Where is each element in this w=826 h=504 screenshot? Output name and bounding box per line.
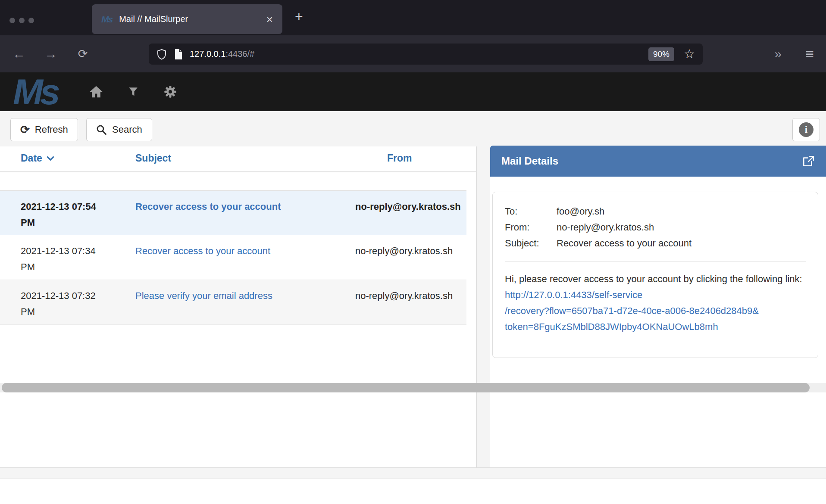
refresh-button-label: Refresh [35, 124, 68, 135]
mail-row-subject-link[interactable]: Please verify your email address [135, 288, 338, 304]
mail-row-from: no-reply@ory.kratos.sh [355, 288, 466, 304]
gear-icon[interactable] [163, 84, 178, 100]
search-button-label: Search [112, 124, 142, 135]
mail-list-header: Date Subject From [0, 146, 476, 172]
footer-area [0, 479, 826, 504]
mail-body: Hi, please recover access to your accoun… [505, 271, 807, 335]
mail-row-from: no-reply@ory.kratos.sh [355, 199, 466, 215]
subject-label: Subject: [505, 235, 557, 251]
tab-title: Mail // MailSlurper [119, 14, 260, 24]
browser-tab-strip: Ms Mail // MailSlurper × + [0, 0, 826, 35]
window-controls[interactable] [9, 18, 34, 23]
to-value: foo@ory.sh [557, 203, 604, 219]
from-value: no-reply@ory.kratos.sh [557, 219, 654, 235]
search-button[interactable]: Search [86, 118, 152, 141]
mail-details-card: To: foo@ory.sh From: no-reply@ory.kratos… [492, 192, 818, 358]
sort-chevron-down-icon [47, 156, 54, 161]
panel-divider [476, 146, 477, 467]
column-header-date[interactable]: Date [21, 152, 54, 164]
url-text: 127.0.0.1:4436/# [190, 49, 254, 59]
zoom-level-badge[interactable]: 90% [648, 47, 674, 61]
card-divider [505, 261, 806, 261]
mail-row[interactable]: 2021-12-13 07:32 PM Please verify your e… [0, 280, 466, 325]
info-icon: i [799, 122, 813, 137]
browser-navbar: ← → ⟳ 127.0.0.1:4436/# 90% ☆ » ≡ [0, 35, 826, 72]
toolbar-overflow-icon[interactable]: » [774, 35, 780, 72]
subject-value: Recover access to your account [557, 235, 691, 251]
mail-row[interactable]: 2021-12-13 07:34 PM Recover access to yo… [0, 235, 466, 280]
browser-tab[interactable]: Ms Mail // MailSlurper × [92, 4, 282, 34]
main-content: ⟳ Refresh Search i Date [0, 111, 826, 504]
to-label: To: [505, 203, 557, 219]
mail-details-panel: Mail Details To: foo@ory.sh [490, 146, 826, 467]
column-header-subject: Subject [135, 152, 171, 164]
filter-icon[interactable] [125, 84, 141, 100]
open-external-icon[interactable] [802, 155, 815, 168]
recovery-link[interactable]: http://127.0.0.1:4433/self-service/recov… [505, 289, 807, 335]
home-icon[interactable] [88, 84, 104, 100]
mail-row-subject-link[interactable]: Recover access to your account [135, 243, 338, 259]
mail-details-title: Mail Details [501, 155, 802, 167]
back-icon[interactable]: ← [7, 35, 31, 72]
new-tab-button[interactable]: + [295, 9, 303, 23]
mail-row[interactable]: 2021-12-13 07:54 PM Recover access to yo… [0, 190, 466, 235]
mail-details-header: Mail Details [490, 146, 826, 177]
horizontal-scrollbar [0, 383, 826, 392]
mail-row-date: 2021-12-13 07:54 PM [21, 199, 109, 230]
page-info-icon[interactable] [174, 49, 183, 60]
mailslurper-favicon: Ms [101, 14, 112, 25]
mail-row-date: 2021-12-13 07:34 PM [21, 243, 109, 275]
mailslurper-header: Ms [0, 72, 826, 111]
mail-row-from: no-reply@ory.kratos.sh [355, 243, 466, 259]
bookmark-star-icon[interactable]: ☆ [684, 48, 695, 60]
mail-row-subject-link[interactable]: Recover access to your account [135, 199, 338, 215]
info-button[interactable]: i [792, 118, 820, 141]
search-icon [96, 124, 107, 135]
mail-list-panel: Date Subject From 2021-12-13 07:54 PM Re… [0, 146, 476, 467]
horizontal-scrollbar-thumb[interactable] [2, 383, 810, 392]
refresh-icon: ⟳ [20, 124, 30, 135]
from-label: From: [505, 219, 557, 235]
screen: Ms Mail // MailSlurper × + ← → ⟳ 127.0.0… [0, 0, 826, 504]
url-bar[interactable]: 127.0.0.1:4436/# 90% ☆ [149, 44, 703, 65]
reload-icon[interactable]: ⟳ [71, 35, 95, 72]
forward-icon[interactable]: → [39, 35, 63, 72]
hamburger-menu-icon[interactable]: ≡ [805, 35, 814, 72]
shield-icon[interactable] [156, 49, 167, 60]
mailslurper-logo: Ms [13, 73, 57, 111]
mail-row-date: 2021-12-13 07:32 PM [21, 288, 109, 320]
tab-close-icon[interactable]: × [266, 14, 273, 25]
column-header-from: From [387, 152, 412, 164]
refresh-button[interactable]: ⟳ Refresh [10, 118, 78, 141]
footer-band [0, 467, 826, 479]
